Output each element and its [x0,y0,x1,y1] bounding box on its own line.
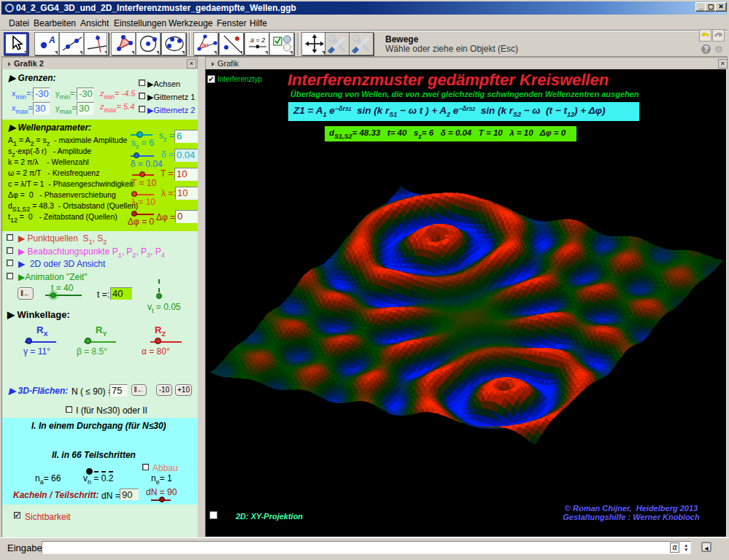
svg-text:A: A [48,35,55,45]
svg-text:a = 2: a = 2 [250,36,265,44]
svg-text:α: α [205,42,209,48]
